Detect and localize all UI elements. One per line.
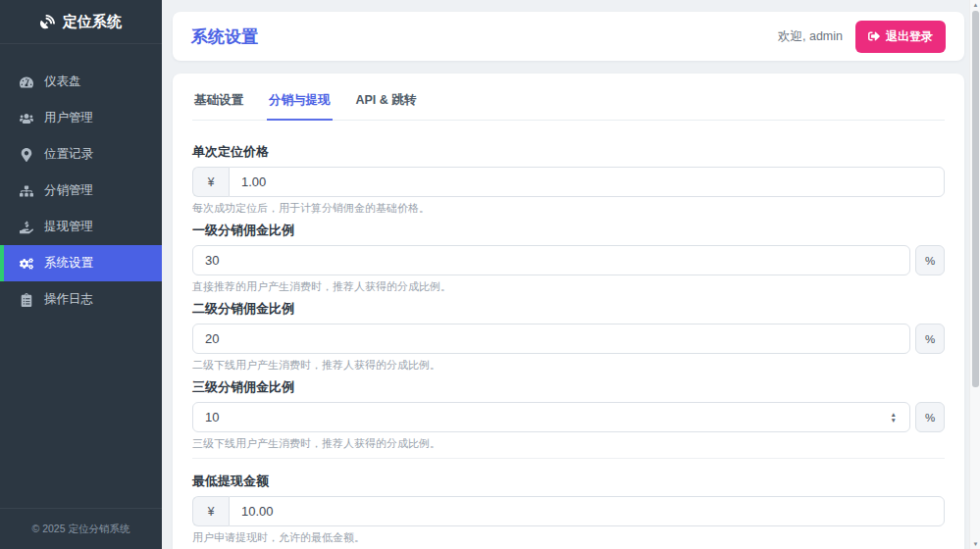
sidebar-item-label: 提现管理 [44,219,93,235]
logout-button[interactable]: 退出登录 [855,21,946,53]
field-value: 10.00 [241,504,274,519]
currency-prefix-addon: ¥ [192,496,229,526]
sidebar-item-label: 操作日志 [44,291,93,308]
gears-icon [20,257,33,271]
scrollbar[interactable]: ▲ ▼ [969,0,980,549]
percent-suffix-addon: % [915,245,945,275]
logs-icon [20,293,33,307]
field-value: 10 [205,410,219,424]
users-icon [20,112,33,125]
tab-0[interactable]: 基础设置 [192,85,245,121]
sidebar: 定位系统 仪表盘 用户管理 位置记录 分销管理 提现管理 系统设置 操作日志 ©… [0,0,162,549]
field-label: 二级分销佣金比例 [192,300,945,318]
input-group: ¥ 10.00 [192,496,945,526]
sidebar-item-0[interactable]: 仪表盘 [0,64,162,100]
field-input[interactable]: 10 ▲▼ [192,402,910,432]
input-group: ¥ 1.00 [192,167,945,197]
sitemap-icon [20,184,33,198]
scrollbar-thumb[interactable] [972,11,979,387]
sidebar-item-label: 分销管理 [44,182,93,199]
form-field-3: 三级分销佣金比例 10 ▲▼ % 三级下线用户产生消费时，推荐人获得的分成比例。 [192,378,945,450]
sign-out-icon [868,30,880,42]
field-help-text: 每次成功定位后，用于计算分销佣金的基础价格。 [192,201,945,215]
withdraw-icon [20,221,33,234]
field-input[interactable]: 1.00 [229,167,945,197]
tab-2[interactable]: API & 跳转 [354,85,419,121]
header-right: 欢迎, admin 退出登录 [778,21,946,53]
sidebar-footer: © 2025 定位分销系统 [0,508,162,549]
percent-suffix-addon: % [915,324,945,354]
scrollbar-up-arrow[interactable]: ▲ [970,0,980,10]
field-input[interactable]: 30 [192,245,910,275]
app-logo: 定位系统 [0,0,162,44]
percent-suffix-addon: % [915,402,945,432]
form-field-1: 一级分销佣金比例 30 % 直接推荐的用户产生消费时，推荐人获得的分成比例。 [192,222,945,293]
sidebar-item-2[interactable]: 位置记录 [0,136,162,173]
settings-card: 基础设置 分销与提现 API & 跳转 单次定位价格 ¥ 1.00 每次成功定位… [173,74,964,549]
dashboard-icon [20,75,33,89]
scrollbar-down-arrow[interactable]: ▼ [970,539,980,549]
field-value: 30 [205,253,219,268]
field-label: 一级分销佣金比例 [192,222,945,239]
main-area: 系统设置 欢迎, admin 退出登录 基础设置 分销与提现 API & 跳转 … [162,0,980,549]
field-label: 最低提现金额 [192,473,945,490]
currency-prefix-addon: ¥ [192,167,229,197]
app-logo-text: 定位系统 [63,13,122,31]
sidebar-item-1[interactable]: 用户管理 [0,100,162,136]
sidebar-item-6[interactable]: 操作日志 [0,281,162,318]
field-help-text: 三级下线用户产生消费时，推荐人获得的分成比例。 [192,436,945,450]
tab-1[interactable]: 分销与提现 [267,85,333,121]
sidebar-item-label: 仪表盘 [44,74,81,90]
input-group: 30 % [192,245,945,275]
welcome-text: 欢迎, admin [778,28,843,45]
sidebar-item-3[interactable]: 分销管理 [0,173,162,209]
settings-form: 单次定位价格 ¥ 1.00 每次成功定位后，用于计算分销佣金的基础价格。 一级分… [192,121,945,549]
logout-button-label: 退出登录 [886,28,933,45]
sidebar-item-label: 位置记录 [44,146,93,163]
field-help-text: 用户申请提现时，允许的最低金额。 [192,530,945,544]
field-help-text: 直接推荐的用户产生消费时，推荐人获得的分成比例。 [192,279,945,293]
form-field-4: 最低提现金额 ¥ 10.00 用户申请提现时，允许的最低金额。 [192,473,945,544]
sidebar-item-label: 系统设置 [44,255,93,272]
location-icon [20,148,33,162]
field-help-text: 二级下线用户产生消费时，推荐人获得的分成比例。 [192,358,945,372]
page-title: 系统设置 [191,25,258,48]
number-spinner[interactable]: ▲▼ [891,412,897,423]
page-header: 系统设置 欢迎, admin 退出登录 [173,12,964,61]
form-field-2: 二级分销佣金比例 20 % 二级下线用户产生消费时，推荐人获得的分成比例。 [192,300,945,372]
sidebar-item-5[interactable]: 系统设置 [0,245,162,281]
field-label: 三级分销佣金比例 [192,378,945,396]
satellite-dish-icon [40,15,55,29]
field-label: 单次定位价格 [192,143,945,161]
settings-tabs: 基础设置 分销与提现 API & 跳转 [192,74,945,121]
sidebar-item-4[interactable]: 提现管理 [0,209,162,245]
field-input[interactable]: 20 [192,324,910,354]
form-field-0: 单次定位价格 ¥ 1.00 每次成功定位后，用于计算分销佣金的基础价格。 [192,143,945,215]
sidebar-nav: 仪表盘 用户管理 位置记录 分销管理 提现管理 系统设置 操作日志 [0,44,162,508]
input-group: 10 ▲▼ % [192,402,945,432]
field-value: 1.00 [241,175,266,189]
field-input[interactable]: 10.00 [229,496,945,526]
input-group: 20 % [192,324,945,354]
field-value: 20 [205,331,219,346]
sidebar-item-label: 用户管理 [44,110,93,126]
section-divider [192,458,945,459]
